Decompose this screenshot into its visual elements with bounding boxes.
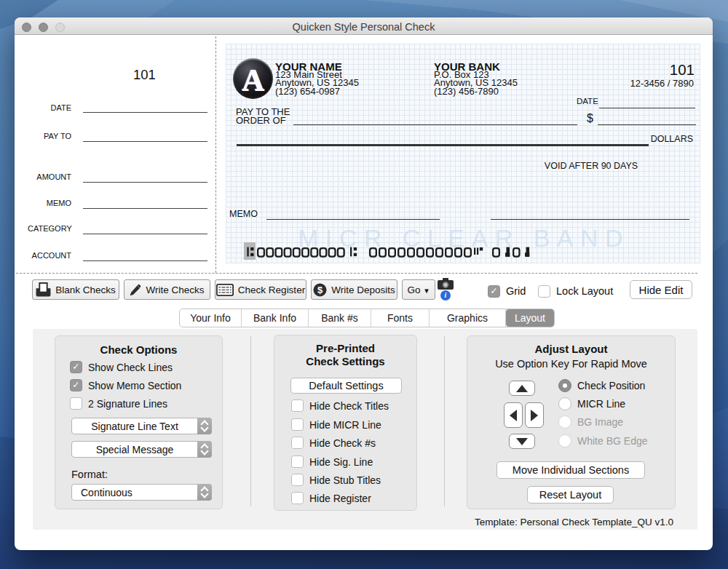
svg-text:$: $: [317, 284, 323, 295]
